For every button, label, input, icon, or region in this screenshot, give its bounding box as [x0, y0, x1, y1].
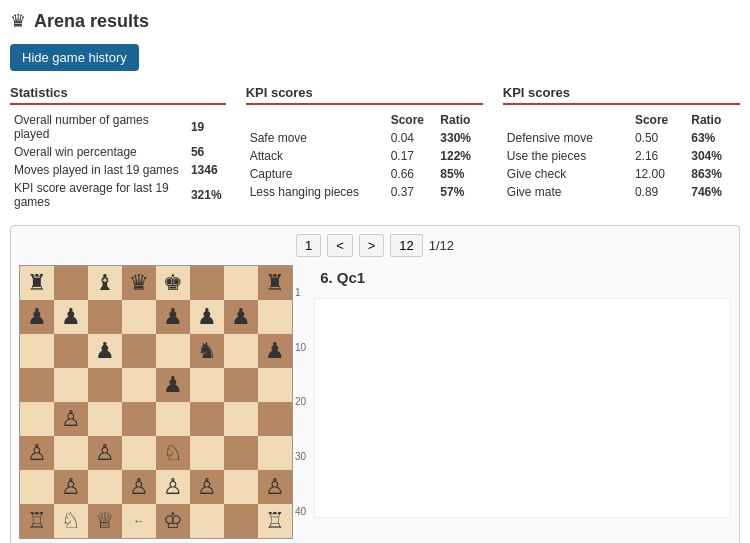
kpi-label: Safe move: [246, 129, 387, 147]
first-page-button[interactable]: 1: [296, 234, 321, 257]
stat-label: Overall number of games played: [10, 111, 187, 143]
statistics-header: Statistics: [10, 85, 226, 105]
game-panel: 1 < > 12 1/12 ♜♝♛♚♜♟♟♟♟♟♟♞♟♟♙♙♙♘♙♙♙♙♙♖♘♕…: [10, 225, 740, 543]
board-cell: ♟: [54, 300, 88, 334]
table-row: Attack 0.17 122%: [246, 147, 483, 165]
kpi1-col-ratio: Ratio: [436, 111, 483, 129]
board-cell: [20, 334, 54, 368]
board-cell: [122, 368, 156, 402]
kpi-label: Less hanging pieces: [246, 183, 387, 201]
board-container: ♜♝♛♚♜♟♟♟♟♟♟♞♟♟♙♙♙♘♙♙♙♙♙♖♘♕←♔♖ 1 10 20 30…: [19, 265, 306, 543]
kpi2-header: KPI scores: [503, 85, 740, 105]
board-cell: ♟: [156, 300, 190, 334]
board-cell: [54, 436, 88, 470]
board-cell: [224, 368, 258, 402]
kpi-ratio: 863%: [687, 165, 740, 183]
board-cell: ♟: [190, 300, 224, 334]
kpi-score: 12.00: [631, 165, 687, 183]
kpi-ratio: 304%: [687, 147, 740, 165]
board-cell: ♙: [54, 470, 88, 504]
table-row: Capture 0.66 85%: [246, 165, 483, 183]
board-cell: [20, 368, 54, 402]
move-notation: 6. Qc1: [314, 265, 731, 290]
kpi-score: 0.37: [387, 183, 437, 201]
board-cell: ♙: [20, 436, 54, 470]
board-with-coords: ♜♝♛♚♜♟♟♟♟♟♟♞♟♟♙♙♙♘♙♙♙♙♙♖♘♕←♔♖ 1 10 20 30…: [19, 265, 306, 539]
move-list: [314, 298, 731, 518]
stat-label: Overall win percentage: [10, 143, 187, 161]
stat-value: 321%: [187, 179, 226, 211]
board-cell: ♟: [258, 334, 292, 368]
kpi-label: Give check: [503, 165, 631, 183]
kpi-label: Attack: [246, 147, 387, 165]
board-cell: ♛: [122, 266, 156, 300]
kpi-score: 0.50: [631, 129, 687, 147]
crown-icon: ♛: [10, 10, 26, 32]
board-cell: [258, 436, 292, 470]
kpi-score: 0.66: [387, 165, 437, 183]
kpi-label: Defensive move: [503, 129, 631, 147]
board-cell: [190, 266, 224, 300]
board-cell: [88, 368, 122, 402]
stat-label: Moves played in last 19 games: [10, 161, 187, 179]
board-cell: ♝: [88, 266, 122, 300]
kpi-ratio: 746%: [687, 183, 740, 201]
prev-page-button[interactable]: <: [327, 234, 353, 257]
board-cell: [54, 334, 88, 368]
board-cell: ♙: [54, 402, 88, 436]
last-page-button[interactable]: 12: [390, 234, 422, 257]
kpi1-col-label: [246, 111, 387, 129]
kpi2-col-label: [503, 111, 631, 129]
board-cell: ♙: [156, 470, 190, 504]
board-cell: [54, 266, 88, 300]
board-cell: ♟: [20, 300, 54, 334]
board-cell: [190, 402, 224, 436]
table-row: Moves played in last 19 games 1346: [10, 161, 226, 179]
rank-coords-right: 1 10 20 30 40: [293, 265, 306, 539]
board-cell: ♚: [156, 266, 190, 300]
board-cell: [190, 368, 224, 402]
board-cell: [224, 402, 258, 436]
kpi-ratio: 85%: [436, 165, 483, 183]
kpi1-table: Score Ratio Safe move 0.04 330% Attack 0…: [246, 111, 483, 201]
hide-game-history-button[interactable]: Hide game history: [10, 44, 139, 71]
board-cell: [122, 300, 156, 334]
kpi-label: Give mate: [503, 183, 631, 201]
move-display: 6. Qc1: [314, 265, 731, 543]
table-row: Use the pieces 2.16 304%: [503, 147, 740, 165]
table-row: Overall win percentage 56: [10, 143, 226, 161]
board-cell: [224, 436, 258, 470]
kpi-label: Capture: [246, 165, 387, 183]
next-page-button[interactable]: >: [359, 234, 385, 257]
board-cell: ←: [122, 504, 156, 538]
statistics-table: Overall number of games played 19 Overal…: [10, 111, 226, 211]
chess-board: ♜♝♛♚♜♟♟♟♟♟♟♞♟♟♙♙♙♘♙♙♙♙♙♖♘♕←♔♖: [19, 265, 293, 539]
board-cell: [88, 402, 122, 436]
kpi1-header: KPI scores: [246, 85, 483, 105]
table-row: Give mate 0.89 746%: [503, 183, 740, 201]
board-cell: ♜: [20, 266, 54, 300]
kpi2-col-score: Score: [631, 111, 687, 129]
stat-label: KPI score average for last 19 games: [10, 179, 187, 211]
board-cell: ♙: [122, 470, 156, 504]
board-cell: [156, 334, 190, 368]
board-cell: ♟: [224, 300, 258, 334]
board-cell: ♖: [258, 504, 292, 538]
board-cell: [122, 334, 156, 368]
board-cell: ♙: [190, 470, 224, 504]
board-cell: [258, 368, 292, 402]
game-body: ♜♝♛♚♜♟♟♟♟♟♟♞♟♟♙♙♙♘♙♙♙♙♙♖♘♕←♔♖ 1 10 20 30…: [19, 265, 731, 543]
table-row: Overall number of games played 19: [10, 111, 226, 143]
board-cell: ♟: [88, 334, 122, 368]
table-row: Less hanging pieces 0.37 57%: [246, 183, 483, 201]
board-cell: ♙: [88, 436, 122, 470]
board-cell: [122, 402, 156, 436]
board-cell: [20, 470, 54, 504]
board-cell: [258, 300, 292, 334]
board-cell: [88, 300, 122, 334]
page: ♛ Arena results Hide game history Statis…: [0, 0, 750, 543]
board-cell: [190, 504, 224, 538]
table-row: Safe move 0.04 330%: [246, 129, 483, 147]
nav-bar: 1 < > 12 1/12: [19, 234, 731, 257]
kpi-block-1: KPI scores Score Ratio Safe move 0.04 33…: [246, 85, 483, 211]
